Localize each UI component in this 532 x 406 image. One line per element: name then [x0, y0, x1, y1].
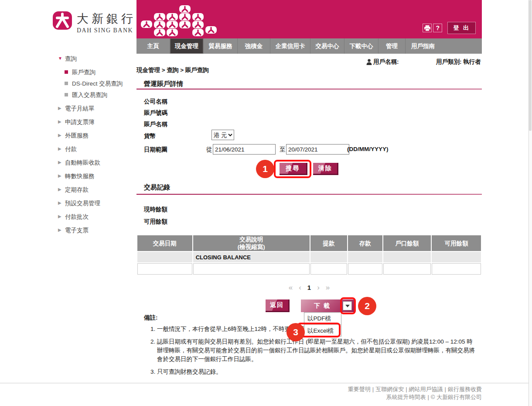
tab-corporate-card[interactable]: 企業信用卡	[270, 38, 310, 54]
sidebar-item-autopay[interactable]: ▶自動轉賬收款	[58, 159, 136, 172]
question-mark-icon: ?	[436, 24, 440, 31]
vertical-scrollbar[interactable]	[529, 0, 532, 406]
sidebar-item-time-deposit[interactable]: ▶定期存款	[58, 186, 136, 200]
tab-mpf[interactable]: 強積金	[238, 38, 270, 54]
footer-link-maintenance-schedule[interactable]: 系統提升時間表	[386, 394, 426, 400]
sidebar-item-account-enquiry[interactable]: 賬戶查詢	[58, 69, 136, 80]
banner-glyph-icon	[192, 21, 204, 28]
tab-admin[interactable]: 管理	[379, 38, 406, 54]
col-withdrawal: 提款	[310, 235, 347, 251]
user-icon	[366, 59, 372, 65]
bullet-square-icon	[65, 82, 68, 85]
banner-glyph-icon	[179, 21, 191, 28]
banner-glyph-icon	[141, 21, 152, 28]
annotation-step-2: 2	[358, 297, 376, 315]
banner-glyph-icon	[192, 13, 204, 21]
sidebar-item-label: 申請支票簿	[65, 118, 95, 126]
sidebar-item-label: DS-Direct 交易查詢	[72, 80, 123, 88]
banner-glyph-icon	[154, 21, 165, 28]
table-row: CLOSING BALANCE	[137, 252, 481, 262]
sidebar-item-inward-enquiry[interactable]: 匯入交易查詢	[58, 91, 136, 103]
sidebar-item-dsdirect-enquiry[interactable]: DS-Direct 交易查詢	[58, 80, 136, 91]
date-from-label: 從	[206, 146, 212, 154]
currency-label: 貨幣	[144, 132, 156, 140]
sidebar-item-enquiry[interactable]: ▼查詢	[58, 55, 136, 69]
download-as-pdf-item[interactable]: 以PDF檔	[304, 313, 341, 324]
triangle-right-icon: ▶	[58, 118, 65, 124]
sidebar-item-payment-batch[interactable]: ▶付款批次	[58, 213, 136, 227]
user-type-value: 執行者	[463, 58, 481, 65]
page-last-button[interactable]: »	[326, 283, 330, 292]
footer-copyright: © 大新銀行有限公司	[431, 394, 482, 400]
date-to-input[interactable]	[286, 144, 349, 155]
search-button[interactable]: 搜尋	[280, 163, 307, 175]
col-transaction-date: 交易日期	[137, 235, 192, 251]
banner-glyph-icon	[154, 13, 165, 21]
tab-user-guide[interactable]: 用戶指南	[406, 38, 440, 54]
back-button[interactable]: 返回	[266, 299, 290, 312]
sidebar-item-estatement[interactable]: ▶電子月結單	[58, 105, 136, 118]
section-title-transactions: 交易記錄	[144, 183, 170, 192]
footer-link-important-notice[interactable]: 重要聲明	[348, 386, 371, 392]
user-name-label: 用戶名稱:	[373, 58, 399, 66]
sidebar-item-echeque[interactable]: ▶電子支票	[58, 227, 136, 240]
sidebar-item-payment[interactable]: ▶付款	[58, 145, 136, 159]
page-next-button[interactable]: ›	[317, 283, 320, 292]
clear-button[interactable]: 清除	[313, 163, 338, 175]
caret-down-icon	[345, 305, 350, 307]
user-type-label: 用戶類別:	[436, 58, 462, 65]
note-item: 只可查詢財務交易記錄。	[157, 368, 475, 376]
banner-glyph-icon	[192, 29, 204, 36]
closing-balance-cell: CLOSING BALANCE	[193, 252, 310, 262]
footer-link-user-agreement[interactable]: 網站用戶協議	[409, 386, 443, 392]
col-deposit: 存款	[348, 235, 382, 251]
main-content: 用戶名稱: 用戶類別: 執行者 現金管理 > 查詢 > 賬戶查詢 營運賬戶詳情 …	[136, 54, 482, 383]
triangle-down-icon: ▼	[58, 55, 65, 61]
sidebar-item-preset-transactions[interactable]: ▶預設交易管理	[58, 200, 136, 213]
sidebar-nav: ▼查詢 賬戶查詢 DS-Direct 交易查詢 匯入交易查詢 ▶電子月結單 ▶申…	[58, 55, 136, 240]
print-button[interactable]	[423, 24, 432, 32]
triangle-right-icon: ▶	[58, 200, 65, 205]
footer-link-service-charges[interactable]: 銀行服務收費	[448, 386, 482, 392]
bank-name-en: DAH SING BANK	[77, 27, 136, 34]
triangle-right-icon: ▶	[58, 105, 65, 110]
table-row	[137, 263, 481, 275]
tab-trading-center[interactable]: 交易中心	[310, 38, 344, 54]
triangle-right-icon: ▶	[58, 159, 65, 165]
download-as-excel-item[interactable]: 以Excel檔	[304, 324, 341, 336]
annotation-step-1: 1	[256, 160, 274, 178]
sidebar-item-label: 轉數快服務	[65, 172, 95, 180]
page-prev-button[interactable]: ‹	[299, 283, 301, 292]
currency-select[interactable]: 港 元	[211, 130, 234, 140]
tab-home[interactable]: 主頁	[136, 38, 170, 54]
triangle-right-icon: ▶	[58, 132, 65, 138]
page-first-button[interactable]: «	[289, 283, 293, 292]
bullet-square-icon	[65, 93, 68, 96]
page: 大新銀行 DAH SING BANK ▼查詢 賬戶查詢 DS-Direct 交易…	[0, 0, 532, 406]
download-menu: 以PDF檔 以Excel檔	[304, 312, 341, 337]
annotation-step-3: 3	[286, 323, 305, 341]
date-from-input[interactable]	[213, 144, 276, 155]
bullet-square-icon	[65, 70, 68, 74]
primary-tabbar: 主頁 現金管理 貿易服務 強積金 企業信用卡 交易中心 下載中心 管理 用戶指南	[136, 38, 482, 54]
sidebar-item-label: 定期存款	[65, 186, 89, 194]
bank-name-cn: 大新銀行	[77, 11, 136, 27]
sidebar-item-label: 外匯服務	[65, 132, 89, 140]
sidebar-item-fx-services[interactable]: ▶外匯服務	[58, 132, 136, 145]
sidebar-item-chequebook[interactable]: ▶申請支票簿	[58, 118, 136, 132]
tab-download-center[interactable]: 下載中心	[344, 38, 379, 54]
footer-link-internet-security[interactable]: 互聯網保安	[375, 386, 404, 392]
section-divider	[136, 194, 482, 195]
tab-cash-management[interactable]: 現金管理	[170, 38, 204, 54]
logout-button[interactable]: 登 出	[447, 22, 476, 34]
scrollbar-thumb[interactable]	[529, 0, 532, 131]
sidebar-item-fps[interactable]: ▶轉數快服務	[58, 172, 136, 186]
page-current: 1	[307, 284, 311, 291]
col-available-balance: 可用餘額	[432, 235, 481, 251]
help-button[interactable]: ?	[433, 24, 442, 32]
download-dropdown-button[interactable]	[343, 301, 352, 310]
footer-divider	[0, 383, 532, 383]
tab-trade-services[interactable]: 貿易服務	[204, 38, 238, 54]
banner-glyph-icon	[167, 29, 178, 36]
printer-icon	[424, 25, 430, 31]
